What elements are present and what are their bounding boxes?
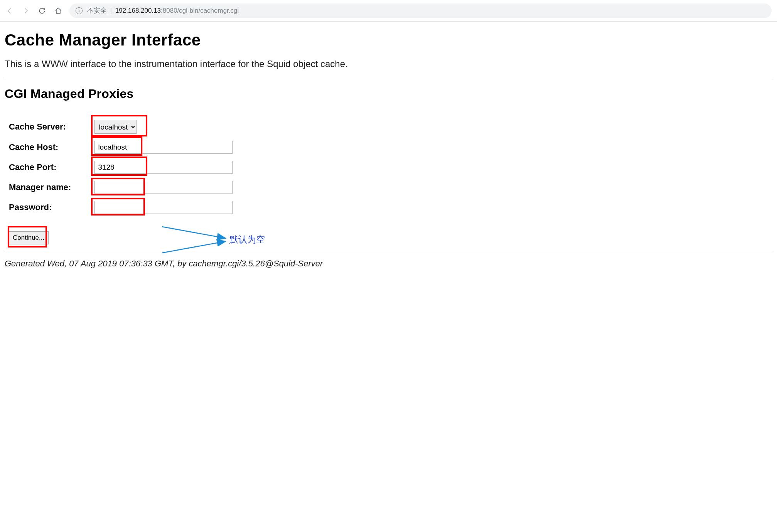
cache-port-input[interactable] [94,161,233,174]
section-title: CGI Managed Proxies [5,87,772,101]
cache-server-select[interactable]: localhost [94,120,137,134]
manager-name-input[interactable] [94,181,233,194]
address-bar[interactable]: i 不安全 | 192.168.200.13:8080/cgi-bin/cach… [69,3,772,18]
manager-name-label: Manager name: [8,180,94,194]
divider [5,78,772,78]
divider [5,250,772,250]
browser-toolbar: i 不安全 | 192.168.200.13:8080/cgi-bin/cach… [0,0,777,22]
password-label: Password: [8,200,94,214]
cache-host-label: Cache Host: [8,140,94,154]
page-body: Cache Manager Interface This is a WWW in… [0,22,777,280]
continue-button[interactable]: Continue... [8,231,49,244]
cache-server-label: Cache Server: [8,120,94,134]
forward-icon[interactable] [22,7,30,15]
reload-icon[interactable] [38,7,46,15]
proxy-form: Cache Server: localhost Cache Host: Cach… [8,113,233,221]
nav-button-group [5,7,62,15]
password-input[interactable] [94,201,233,214]
page-title: Cache Manager Interface [5,31,772,49]
back-icon[interactable] [5,7,14,15]
info-icon[interactable]: i [76,7,83,14]
page-subtitle: This is a WWW interface to the instrumen… [5,59,772,69]
cache-host-input[interactable] [94,141,233,154]
cache-port-label: Cache Port: [8,160,94,174]
home-icon[interactable] [54,7,62,15]
footer-generated: Generated Wed, 07 Aug 2019 07:36:33 GMT,… [5,259,772,269]
insecure-label: 不安全 | 192.168.200.13:8080/cgi-bin/cachem… [87,6,239,15]
